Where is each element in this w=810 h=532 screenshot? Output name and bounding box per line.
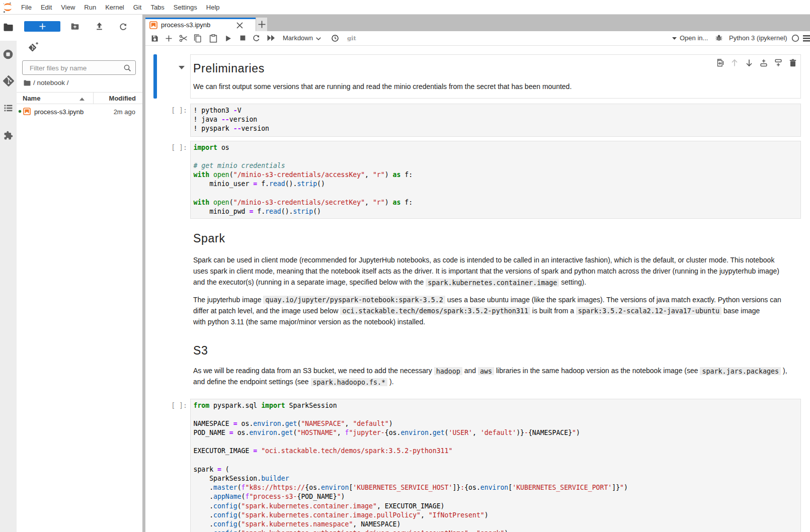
code-line: .config("spark.kubernetes.namespace", NA… [194, 520, 628, 529]
cell-prompt: [ ]: [156, 401, 187, 410]
kernel-name[interactable]: Python 3 (ipykernel) [729, 31, 787, 45]
menu-item-git[interactable]: Git [129, 1, 146, 15]
run-icon[interactable] [225, 35, 231, 42]
close-icon[interactable] [236, 22, 243, 29]
duplicate-cell-icon[interactable] [716, 59, 724, 67]
md-heading: S3 [193, 343, 208, 358]
delete-cell-icon[interactable] [789, 59, 797, 67]
filter-files-input[interactable] [29, 61, 124, 75]
md-line: differ at patch level, and the image use… [193, 305, 781, 316]
breadcrumb-folder-icon[interactable] [24, 80, 31, 86]
code-line: # get minio credentials [194, 161, 413, 170]
code-line [194, 456, 628, 465]
cell-prompt: [ ]: [156, 143, 187, 152]
md-heading: Preliminaries [193, 61, 265, 75]
md-paragraph: We can first output some versions that a… [193, 81, 572, 92]
sidebar-tab-running[interactable] [0, 49, 17, 60]
caret-down-icon [672, 37, 677, 40]
upload-icon[interactable] [95, 22, 104, 31]
sidebar-tab-git[interactable] [0, 75, 17, 86]
copy-icon[interactable] [194, 34, 202, 43]
kernel-status-icon[interactable] [791, 34, 799, 42]
md-line: and define the endpoint settings (see sp… [193, 376, 787, 387]
code-line: import os [194, 143, 413, 152]
divider [17, 92, 142, 93]
cut-icon[interactable] [179, 34, 188, 43]
column-divider [93, 93, 94, 104]
notebook-panel: Preliminaries We can first output some v… [145, 46, 810, 532]
md-heading: Spark [193, 231, 225, 245]
paste-icon[interactable] [209, 34, 217, 43]
stop-icon[interactable] [239, 34, 247, 42]
git-clone-icon[interactable] [29, 42, 39, 52]
new-tab-button[interactable] [256, 18, 267, 31]
move-cell-down-icon[interactable] [745, 59, 753, 67]
clock-icon[interactable] [332, 35, 339, 42]
menu-item-tabs[interactable]: Tabs [146, 1, 169, 15]
code-line: SparkSession.builder [194, 474, 628, 483]
markdown-cell-preliminaries[interactable] [190, 54, 801, 99]
notebook-toolbar: Markdown git Open in... Python 3 (ipyker… [145, 31, 810, 46]
cell-type-dropdown[interactable]: Markdown [283, 31, 313, 45]
code-line: .config("spark.kubernetes.container.imag… [194, 511, 628, 520]
menu-item-view[interactable]: View [56, 1, 79, 15]
move-cell-up-icon[interactable] [731, 59, 739, 67]
menu-item-edit[interactable]: Edit [36, 1, 56, 15]
file-modified: 2m ago [101, 108, 135, 116]
md-paragraph: The jupyterhub image quay.io/jupyter/pys… [193, 294, 781, 327]
insert-cell-below-icon[interactable] [774, 59, 782, 67]
tab-label: process-s3.ipynb [161, 19, 210, 31]
md-paragraph: Spark can be used in client mode (recomm… [193, 254, 779, 288]
md-line: We can first output some versions that a… [193, 81, 572, 92]
breadcrumb[interactable]: / notebook / [33, 78, 69, 88]
file-name: process-s3.ipynb [34, 108, 84, 116]
code-line: .appName(f"process-s3-{POD_NAME}") [194, 492, 628, 501]
code-line: POD_NAME = os.environ.get("HOSTNAME", f"… [194, 428, 628, 437]
code-cell-versions[interactable] [190, 104, 801, 137]
restart-icon[interactable] [253, 35, 260, 42]
running-status-dot [18, 110, 22, 113]
column-header-modified[interactable]: Modified [109, 94, 136, 104]
md-line: uses spark in client mode, meaning that … [193, 265, 779, 277]
menu-item-file[interactable]: File [17, 1, 36, 15]
active-cell-indicator[interactable] [153, 54, 157, 99]
restart-run-all-icon[interactable] [267, 34, 276, 42]
refresh-icon[interactable] [119, 23, 127, 31]
save-icon[interactable] [151, 35, 158, 42]
insert-cell-above-icon[interactable] [760, 59, 768, 67]
git-icon [3, 75, 14, 86]
code-line: from pyspark.sql import SparkSession [194, 401, 628, 410]
sidebar-tab-file-browser[interactable] [0, 23, 17, 32]
bug-icon[interactable] [715, 35, 722, 42]
code-line: EXECUTOR_IMAGE = "oci.stackable.tech/dem… [194, 447, 628, 456]
md-line: The jupyterhub image quay.io/jupyter/pys… [193, 294, 781, 305]
running-kernels-icon [3, 49, 14, 60]
md-line: and the executor(s) (running in a separa… [193, 277, 779, 288]
tab-process-s3[interactable]: process-s3.ipynb [145, 18, 256, 31]
code-line: .master(f"k8s://https://{os.environ['KUB… [194, 483, 628, 492]
column-header-name[interactable]: Name [23, 94, 40, 104]
notebook-file-icon [23, 108, 31, 115]
hamburger-menu-icon[interactable] [803, 35, 810, 42]
code-line: spark = ( [194, 465, 628, 474]
file-browser-panel: / notebook / Name Modified process-s3.ip… [17, 15, 142, 532]
menu: FileEditViewRunKernelGitTabsSettingsHelp [17, 1, 224, 15]
new-launcher-button[interactable] [24, 21, 60, 32]
puzzle-icon [4, 131, 13, 140]
sidebar-tab-extensions[interactable] [0, 131, 17, 140]
git-toolbar-label[interactable]: git [347, 31, 356, 45]
new-folder-icon[interactable] [71, 23, 79, 30]
menu-item-help[interactable]: Help [202, 1, 224, 15]
sidebar-tab-toc[interactable] [0, 104, 17, 112]
md-line: Spark can be used in client mode (recomm… [193, 254, 779, 265]
menu-item-kernel[interactable]: Kernel [101, 1, 129, 15]
notebook-file-icon [149, 21, 157, 29]
menu-item-settings[interactable]: Settings [169, 1, 202, 15]
code-editor: ! python3 -V! java --version! pyspark --… [194, 106, 270, 134]
code-line: .config("spark.kubernetes.authenticate.d… [194, 529, 628, 532]
insert-cell-icon[interactable] [166, 35, 172, 42]
menu-item-run[interactable]: Run [79, 1, 101, 15]
code-line: NAMESPACE = os.environ.get("NAMESPACE", … [194, 419, 628, 428]
open-in-dropdown[interactable]: Open in... [680, 31, 708, 45]
heading-collapser-icon[interactable] [179, 66, 185, 69]
